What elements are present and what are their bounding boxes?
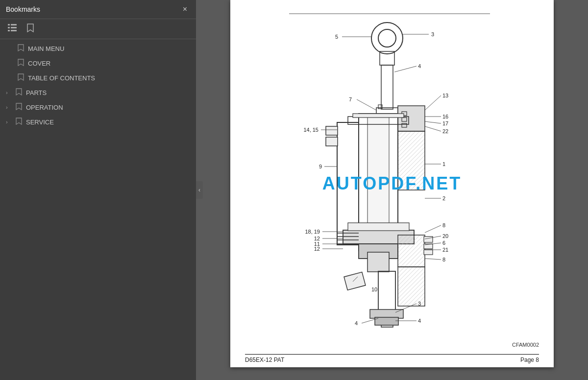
bookmark-icon-main-menu <box>18 44 24 53</box>
svg-line-57 <box>425 126 441 131</box>
svg-text:4: 4 <box>418 63 421 69</box>
sidebar-collapse-button[interactable]: ‹ <box>196 181 203 199</box>
svg-text:20: 20 <box>442 233 448 239</box>
svg-text:21: 21 <box>442 247 448 253</box>
svg-text:22: 22 <box>442 128 448 134</box>
list-view-button[interactable] <box>5 23 20 35</box>
svg-text:1: 1 <box>442 161 445 167</box>
svg-rect-4 <box>8 30 10 31</box>
svg-rect-20 <box>353 114 404 118</box>
bookmark-list: MAIN MENU COVER TABLE OF CONTENTS › PART… <box>0 39 196 380</box>
svg-text:13: 13 <box>442 93 448 98</box>
bookmark-item-cover[interactable]: COVER <box>0 56 196 71</box>
bookmark-icon-service <box>16 118 22 126</box>
bookmark-icon-button[interactable] <box>24 22 37 36</box>
svg-text:3: 3 <box>418 301 421 307</box>
svg-rect-3 <box>11 27 17 28</box>
page-footer: D65EX-12 PAT Page 8 <box>245 354 539 363</box>
parts-expand-arrow: › <box>6 90 14 95</box>
svg-text:2: 2 <box>442 195 445 201</box>
list-icon <box>8 24 17 34</box>
sidebar-title: Bookmarks <box>6 5 40 13</box>
page-viewer[interactable]: AUTOPDF.NET <box>196 0 588 380</box>
svg-text:4: 4 <box>355 320 358 326</box>
svg-text:16: 16 <box>442 114 448 119</box>
svg-rect-37 <box>344 272 366 290</box>
bookmark-icon-parts <box>16 88 22 97</box>
svg-rect-38 <box>378 271 395 315</box>
sidebar-header: Bookmarks × <box>0 0 196 19</box>
svg-rect-0 <box>8 24 10 25</box>
bookmark-item-operation[interactable]: › OPERATION <box>0 100 196 115</box>
bookmark-icon-operation <box>16 103 22 112</box>
svg-rect-26 <box>348 223 409 231</box>
page-number: Page 8 <box>520 356 539 363</box>
page-container: AUTOPDF.NET <box>230 0 554 367</box>
svg-line-83 <box>425 259 441 260</box>
svg-rect-24 <box>326 137 338 146</box>
svg-rect-30 <box>424 237 433 242</box>
svg-line-67 <box>425 225 441 233</box>
svg-rect-22 <box>398 131 425 190</box>
bookmark-icon <box>26 24 34 34</box>
bookmark-label-cover: COVER <box>28 60 50 67</box>
bookmark-item-toc[interactable]: TABLE OF CONTENTS <box>0 71 196 85</box>
svg-text:10: 10 <box>371 286 377 292</box>
svg-text:3: 3 <box>431 31 434 37</box>
svg-rect-11 <box>378 105 382 109</box>
svg-text:14, 15: 14, 15 <box>303 127 318 133</box>
svg-text:12: 12 <box>314 246 320 252</box>
svg-rect-23 <box>326 126 338 135</box>
main-content: AUTOPDF.NET <box>196 0 588 380</box>
svg-line-51 <box>425 95 441 110</box>
expand-placeholder <box>8 46 16 51</box>
bookmark-item-main-menu[interactable]: MAIN MENU <box>0 41 196 56</box>
svg-rect-5 <box>11 30 17 31</box>
svg-text:18, 19: 18, 19 <box>305 229 320 235</box>
svg-text:7: 7 <box>349 96 352 102</box>
chevron-left-icon: ‹ <box>198 187 200 193</box>
operation-expand-arrow: › <box>6 104 14 110</box>
svg-rect-29 <box>398 235 425 267</box>
svg-line-49 <box>357 99 376 110</box>
bookmark-icon-toc <box>18 73 24 82</box>
svg-rect-42 <box>375 317 398 325</box>
svg-text:8: 8 <box>442 257 445 262</box>
bookmark-label-main-menu: MAIN MENU <box>28 45 64 52</box>
svg-point-7 <box>378 29 396 47</box>
bookmark-label-parts: PARTS <box>26 89 47 96</box>
svg-rect-28 <box>368 252 389 272</box>
svg-text:5: 5 <box>335 34 338 40</box>
expand-placeholder <box>8 75 16 81</box>
svg-text:9: 9 <box>319 164 322 169</box>
bookmark-label-operation: OPERATION <box>26 104 63 111</box>
svg-rect-2 <box>8 27 10 28</box>
svg-text:4: 4 <box>418 318 421 324</box>
svg-rect-40 <box>398 267 425 306</box>
bookmark-icon-cover <box>18 59 24 68</box>
svg-text:8: 8 <box>442 222 445 228</box>
close-button[interactable]: × <box>180 4 190 15</box>
svg-text:6: 6 <box>442 240 445 246</box>
svg-line-47 <box>394 66 416 72</box>
bookmark-item-parts[interactable]: › PARTS <box>0 85 196 100</box>
bookmark-item-service[interactable]: › SERVICE <box>0 115 196 129</box>
svg-rect-1 <box>11 24 17 25</box>
bookmark-label-toc: TABLE OF CONTENTS <box>28 74 95 82</box>
sidebar-toolbar <box>0 19 196 39</box>
svg-line-55 <box>425 121 441 123</box>
bookmark-label-service: SERVICE <box>26 119 54 126</box>
svg-point-6 <box>371 23 403 54</box>
svg-text:17: 17 <box>442 120 448 126</box>
technical-diagram: 5 3 4 7 13 16 17 <box>250 10 534 343</box>
expand-placeholder <box>8 60 16 66</box>
svg-rect-9 <box>381 65 393 109</box>
service-expand-arrow: › <box>6 119 14 125</box>
svg-rect-32 <box>424 250 433 255</box>
page-model: D65EX-12 PAT <box>245 356 284 363</box>
sidebar: Bookmarks × <box>0 0 196 380</box>
